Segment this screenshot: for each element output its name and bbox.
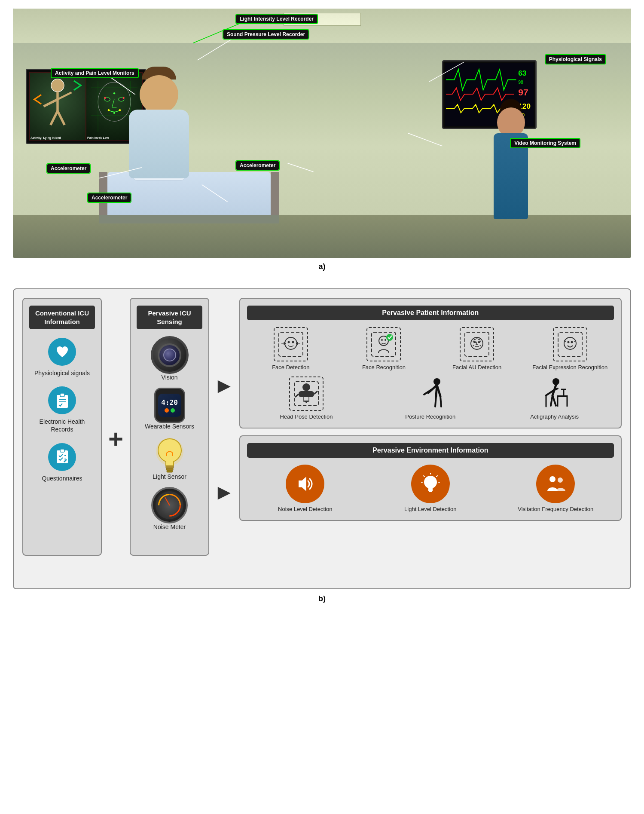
posture-label: Posture Recognition [405,413,455,421]
svg-point-14 [113,112,115,114]
arrows-column: ► ► [209,298,239,580]
posture-item: Posture Recognition [371,376,490,421]
svg-line-3 [58,92,72,99]
pervasive-sensing-box: Pervasive ICU Sensing Vision 4:20 [130,298,209,556]
part-a-section: Activity: Lying in bed [0,0,644,280]
bulb-svg [155,437,185,473]
head-pose-icon [289,376,324,411]
lightbulb-icon [411,465,450,503]
watch-dot-orange [165,408,169,413]
patient-info-title: Pervasive Patient Information [247,306,614,320]
svg-point-61 [473,345,474,346]
facial-expr-svg [557,331,583,357]
camera-lens-inner [163,349,176,361]
patient-info-row1: Face Detection [247,327,614,371]
ehr-label: Electronic Health Records [29,418,95,433]
heart-icon [48,338,76,366]
physio-label: Physiological signals [34,369,90,377]
svg-point-60 [476,338,478,339]
vision-item: Vision [137,336,202,381]
face-recognition-label: Face Recognition [362,364,406,371]
actigraphy-label: Actigraphy Analysis [530,413,579,421]
head-pose-svg [293,381,319,407]
vision-label: Vision [162,374,178,381]
svg-line-5 [58,111,64,125]
patient-info-row2: Head Pose Detection [247,376,614,421]
people-icon [536,465,575,503]
svg-point-62 [480,345,481,346]
clipboard-icon [48,386,76,414]
light-level-label: Light Level Detection [404,506,456,513]
svg-rect-53 [465,332,489,356]
svg-point-11 [113,92,115,94]
svg-line-70 [295,394,299,397]
svg-rect-86 [558,395,567,397]
svg-line-85 [552,395,556,406]
facial-expr-label: Facial Expression Recognition [532,364,607,371]
wearable-label: Wearable Sensors [145,423,194,430]
conventional-title: Conventional ICU Information [29,306,95,329]
svg-rect-33 [60,393,64,397]
svg-point-98 [549,476,555,482]
face-detection-item: Face Detection [247,327,335,371]
meter-face [156,491,183,519]
visitation-label: Visitation Frequency Detection [518,506,593,513]
head-pose-item: Head Pose Detection [247,376,366,421]
svg-text:63: 63 [518,69,526,77]
head-pose-label: Head Pose Detection [280,413,333,421]
environment-grid: Noise Level Detection [247,465,614,513]
svg-point-99 [558,477,563,483]
environment-title: Pervasive Environment Information [247,443,614,458]
part-a-label: a) [13,258,631,280]
svg-line-71 [314,391,317,394]
clipboard-svg [55,392,70,409]
part-b-section: Conventional ICU Information Physiologic… [0,280,644,616]
camera-lens [158,343,181,367]
posture-svg [415,376,446,411]
light-sensor-label: Light Sensor [153,473,186,480]
noise-meter-item: Noise Meter [137,487,202,530]
svg-point-68 [302,383,310,391]
noise-meter-label: Noise Meter [153,523,186,530]
watch-dots [165,408,175,413]
diagram-container: Conventional ICU Information Physiologic… [13,288,631,589]
svg-point-66 [571,341,573,343]
svg-point-59 [480,341,481,342]
activity-svg [30,73,85,140]
actigraphy-icon [537,376,572,411]
activity-display: Activity: Lying in bed [29,72,86,141]
people-svg [545,473,566,495]
questionnaires-item: Questionnaires [29,443,95,482]
face-recog-svg [371,331,397,357]
svg-rect-42 [166,468,173,470]
facial-au-item: Facial AU Detection [433,327,521,371]
heart-svg [55,345,70,359]
svg-line-78 [440,396,441,407]
svg-point-64 [564,337,576,349]
nurse-body [494,133,528,219]
posture-icon [413,376,448,411]
patient [116,71,202,178]
nurse [485,90,537,219]
wearable-item: 4:20 Wearable Sensors [137,388,202,430]
svg-point-12 [108,109,110,111]
facial-au-label: Facial AU Detection [452,364,501,371]
svg-point-9 [104,97,106,99]
svg-point-0 [51,79,64,92]
svg-rect-63 [558,332,582,356]
physio-item: Physiological signals [29,338,95,377]
bulb-container [151,437,188,473]
face-recognition-item: Face Recognition [340,327,428,371]
facial-au-icon [460,327,494,361]
svg-rect-44 [279,332,303,356]
svg-point-46 [287,341,290,343]
patient-info-box: Pervasive Patient Information [239,298,622,428]
svg-line-2 [44,99,58,106]
facial-au-svg [464,331,490,357]
right-side-boxes: Pervasive Patient Information [239,298,622,521]
svg-rect-41 [166,466,174,468]
face-detect-svg [278,331,304,357]
ceiling [13,9,631,43]
svg-rect-43 [167,470,173,472]
speaker-svg [294,473,316,495]
